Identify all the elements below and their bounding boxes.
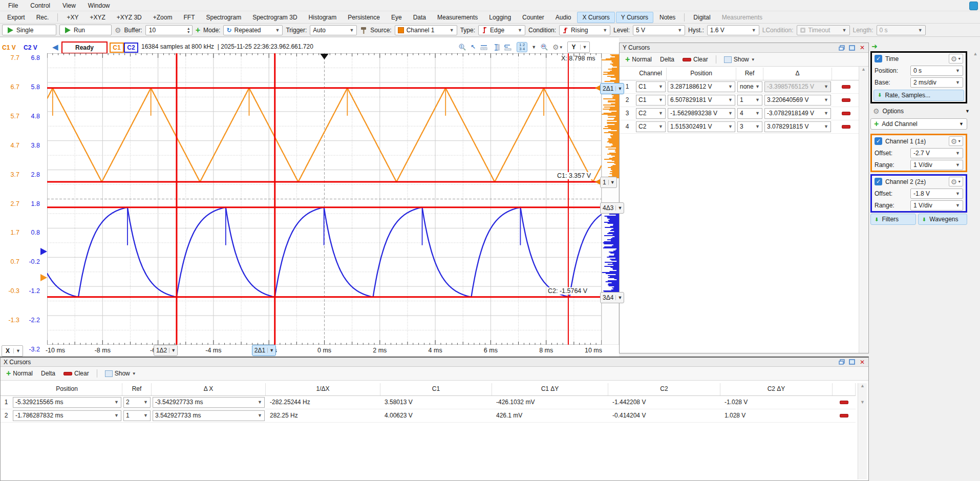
channel1-range-combo[interactable]: 1 V/div▼ — [910, 160, 963, 170]
menu-file[interactable]: File — [3, 1, 23, 10]
ref-combo[interactable]: 1▼ — [737, 95, 762, 106]
quad-view-button[interactable]: 1 23 4 — [517, 42, 527, 52]
add-icon[interactable]: + — [196, 27, 200, 34]
view-button--xyz-3d[interactable]: +XYZ 3D — [112, 12, 147, 23]
delta-combo[interactable]: 3.220640569 V▼ — [764, 95, 831, 106]
position-combo[interactable]: 6.507829181 V▼ — [668, 95, 735, 106]
view-button--xy[interactable]: +XY — [61, 12, 83, 23]
add-delta-cursor-button[interactable]: Delta — [38, 369, 58, 378]
channel2-range-combo[interactable]: 1 V/div▼ — [910, 200, 963, 211]
scroll-up-icon[interactable]: ▲ — [859, 67, 868, 72]
collapse-left-icon[interactable]: ◀ — [52, 43, 58, 52]
y-cursor-tag[interactable]: 4Δ3▼ — [600, 202, 624, 214]
ref-combo[interactable]: 4▼ — [737, 108, 762, 119]
view-button-spectrogram-3d[interactable]: Spectrogram 3D — [247, 12, 302, 23]
view-button-eye[interactable]: Eye — [386, 12, 407, 23]
y-cursor-tag[interactable]: 3Δ4▼ — [600, 292, 624, 303]
wavegens-button[interactable]: ⬇Wavegens — [918, 214, 967, 225]
channel1-gear-button[interactable]: ⚙▼ — [949, 136, 963, 146]
channel1-checkbox[interactable]: ✓ — [875, 137, 882, 145]
vertical-ruler-icon[interactable] — [493, 42, 500, 52]
horizontal-ruler-icon[interactable] — [480, 42, 488, 52]
buffer-spinbox[interactable]: 10 ▲▼ — [145, 25, 193, 35]
add-normal-cursor-button[interactable]: +Normal — [622, 55, 655, 64]
y-table-scrollbar[interactable]: ▲ — [859, 67, 868, 353]
x-table-scrollbar[interactable]: ▲ ▼ — [858, 383, 867, 479]
filters-button[interactable]: ⬇Filters — [870, 214, 916, 225]
chevron-down-icon[interactable]: ▼ — [531, 45, 536, 50]
options-header[interactable]: ⚙ Options ▼ — [870, 105, 972, 117]
view-button-rec-[interactable]: Rec. — [31, 12, 54, 23]
single-button[interactable]: Single — [2, 25, 56, 35]
channel2-offset-marker-icon[interactable] — [40, 248, 47, 255]
channel-combo[interactable]: C1▼ — [636, 81, 666, 92]
scroll-up-icon[interactable]: ▲ — [858, 383, 867, 388]
float-window-icon[interactable] — [838, 45, 846, 51]
view-button--zoom[interactable]: +Zoom — [148, 12, 178, 23]
channel1-offset-marker-icon[interactable] — [40, 274, 47, 281]
type-combo[interactable]: Edge ▼ — [478, 25, 525, 35]
clear-cursors-button[interactable]: Clear — [679, 55, 711, 64]
channel1-offset-combo[interactable]: -2.7 V▼ — [910, 148, 963, 158]
pointer-icon[interactable]: ↖ — [471, 42, 476, 52]
add-normal-cursor-button[interactable]: +Normal — [3, 369, 36, 378]
channel2-gear-button[interactable]: ⚙▼ — [949, 177, 963, 186]
rate-samples-button[interactable]: ⬇ Rate, Samples... — [874, 90, 964, 101]
plot-settings-gear-icon[interactable]: ⚙▼ — [552, 42, 563, 52]
channel-combo[interactable]: C2▼ — [636, 121, 666, 132]
hysteresis-combo[interactable]: 1.6 V ▼ — [707, 25, 759, 35]
x-cursor-tag[interactable]: 2Δ1▼ — [252, 345, 276, 356]
time-checkbox[interactable]: ✓ — [875, 55, 882, 62]
view-button-y-cursors[interactable]: Y Cursors — [616, 12, 653, 23]
remove-cursor-button[interactable] — [840, 414, 848, 417]
measure-ruler-icon[interactable] — [504, 42, 513, 52]
view-button-audio[interactable]: Audio — [550, 12, 577, 23]
scroll-up-icon[interactable]: ▲ — [972, 51, 979, 56]
menu-window[interactable]: Window — [83, 1, 115, 10]
show-menu-button[interactable]: Show▼ — [721, 55, 758, 64]
y-axis-combo[interactable]: Y▼ — [567, 41, 590, 53]
x-cursor-tag[interactable]: 1Δ2▼ — [154, 345, 178, 356]
remove-cursor-button[interactable] — [842, 85, 850, 89]
delta-combo[interactable]: 3.078291815 V▼ — [764, 121, 831, 132]
mode-combo[interactable]: ↻ Repeated ▼ — [223, 25, 283, 35]
show-menu-button[interactable]: Show▼ — [102, 369, 139, 378]
delta-combo[interactable]: -3.0782918149 V▼ — [764, 108, 831, 119]
view-button-logging[interactable]: Logging — [484, 12, 516, 23]
trigger-hammer-icon[interactable] — [360, 26, 367, 34]
position-combo[interactable]: -1.786287832 ms▼ — [13, 410, 121, 421]
view-button-export[interactable]: Export — [2, 12, 30, 23]
sidebar-scrollbar[interactable]: ▲ — [972, 51, 979, 476]
view-button-spectrogram[interactable]: Spectrogram — [201, 12, 246, 23]
source-combo[interactable]: Channel 1 ▼ — [395, 25, 457, 35]
channel-combo[interactable]: C1▼ — [636, 95, 666, 106]
view-button-fft[interactable]: FFT — [178, 12, 200, 23]
buffer-gear-icon[interactable]: ⚙ — [115, 27, 121, 34]
ref-combo[interactable]: 2▼ — [123, 397, 151, 408]
channel1-badge[interactable]: C1 — [110, 43, 124, 53]
maximize-window-icon[interactable] — [848, 359, 856, 365]
position-combo[interactable]: -1.5629893238 V▼ — [668, 108, 735, 119]
delta-x-combo[interactable]: 3.542927733 ms▼ — [153, 410, 265, 421]
view-button-digital[interactable]: Digital — [688, 12, 715, 23]
position-combo[interactable]: 3.287188612 V▼ — [668, 81, 735, 92]
view-button-persistence[interactable]: Persistence — [343, 12, 385, 23]
position-combo[interactable]: 1.515302491 V▼ — [668, 121, 735, 132]
expand-right-icon[interactable]: ➜ — [871, 42, 878, 50]
view-button-x-cursors[interactable]: X Cursors — [577, 12, 614, 23]
y-cursor-tag[interactable]: 1▼ — [600, 177, 617, 188]
run-button[interactable]: Run — [59, 25, 112, 35]
channel-combo[interactable]: C2▼ — [636, 108, 666, 119]
maximize-window-icon[interactable] — [848, 45, 856, 51]
time-position-combo[interactable]: 0 s▼ — [910, 66, 963, 76]
add-delta-cursor-button[interactable]: Delta — [657, 55, 677, 64]
y-cursor-tag[interactable]: 2Δ1▼ — [600, 83, 624, 94]
trigger-combo[interactable]: Auto ▼ — [310, 25, 357, 35]
remove-cursor-button[interactable] — [842, 112, 850, 115]
time-base-combo[interactable]: 2 ms/div▼ — [910, 77, 963, 88]
view-button-data[interactable]: Data — [408, 12, 431, 23]
view-button-counter[interactable]: Counter — [517, 12, 549, 23]
menu-control[interactable]: Control — [25, 1, 55, 10]
remove-cursor-button[interactable] — [840, 401, 848, 404]
time-gear-button[interactable]: ⚙▼ — [949, 54, 963, 64]
